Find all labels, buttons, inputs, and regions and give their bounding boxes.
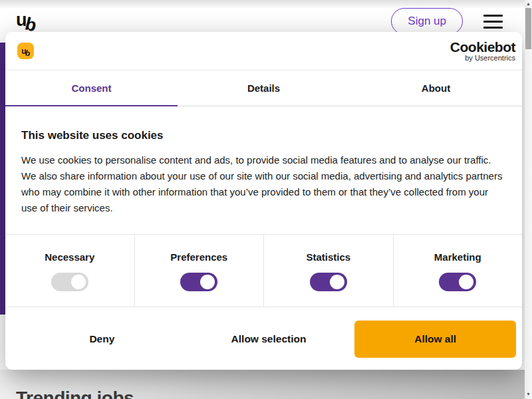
cookiebot-byline: by Usercentrics — [450, 55, 515, 62]
allow-all-button[interactable]: Allow all — [354, 321, 516, 358]
toggle-marketing[interactable] — [439, 273, 476, 291]
trending-jobs-heading: Trending jobs — [16, 388, 134, 399]
toggle-statistics[interactable] — [310, 273, 347, 291]
dialog-description: We use cookies to personalise content an… — [21, 152, 506, 216]
consent-cell-statistics: Statistics — [264, 235, 394, 307]
page-hero-strip — [0, 41, 5, 315]
site-logo[interactable]: ub — [16, 10, 37, 31]
consent-label: Preferences — [170, 251, 227, 263]
toggle-knob — [200, 275, 215, 289]
dialog-header: ub Cookiebot by Usercentrics — [5, 32, 522, 70]
cookiebot-logo: Cookiebot — [450, 40, 515, 54]
consent-categories: Necessary Preferences Statistics Marketi… — [5, 234, 522, 307]
consent-cell-preferences: Preferences — [135, 235, 265, 307]
consent-label: Statistics — [306, 251, 350, 263]
consent-label: Necessary — [45, 251, 94, 263]
toggle-knob — [71, 275, 86, 289]
site-logo-badge: ub — [17, 43, 34, 59]
consent-cell-marketing: Marketing — [394, 235, 523, 307]
dialog-title: This website uses cookies — [21, 129, 506, 142]
tab-about[interactable]: About — [350, 70, 522, 106]
tab-details[interactable]: Details — [178, 70, 350, 106]
cookie-consent-dialog: ub Cookiebot by Usercentrics Consent Det… — [5, 32, 522, 370]
header-actions: Sign up — [391, 8, 503, 35]
toggle-necessary[interactable] — [51, 273, 88, 291]
toggle-knob — [330, 275, 344, 289]
dialog-actions: Deny Allow selection Allow all — [21, 321, 516, 358]
scrollbar-thumb[interactable] — [525, 8, 531, 49]
toggle-knob — [459, 275, 473, 289]
tab-consent[interactable]: Consent — [5, 70, 178, 106]
scroll-down-icon[interactable]: ▼ — [526, 390, 531, 398]
consent-cell-necessary: Necessary — [5, 235, 135, 307]
dialog-tabs: Consent Details About — [5, 70, 522, 106]
toggle-preferences[interactable] — [180, 273, 217, 291]
cookiebot-brand: Cookiebot by Usercentrics — [450, 40, 515, 62]
consent-label: Marketing — [434, 251, 481, 263]
deny-button[interactable]: Deny — [21, 321, 183, 358]
sign-up-button[interactable]: Sign up — [391, 8, 463, 35]
scrollbar[interactable]: ▲ ▼ — [525, 0, 532, 399]
hamburger-menu-icon[interactable] — [483, 15, 503, 29]
scroll-up-icon[interactable]: ▲ — [526, 0, 531, 8]
allow-selection-button[interactable]: Allow selection — [188, 321, 350, 358]
